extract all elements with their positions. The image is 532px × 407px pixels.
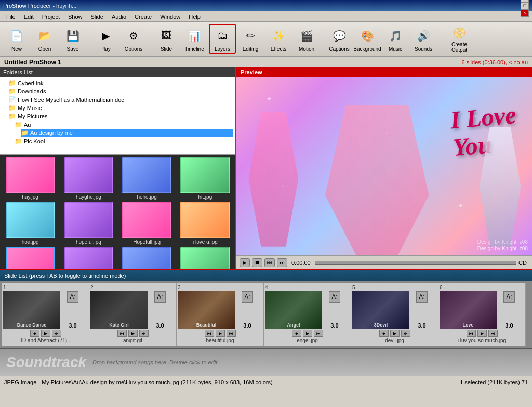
tree-doc[interactable]: 📄 How I See Myself as a Mathematician.do… bbox=[8, 96, 233, 104]
menu-window[interactable]: Window bbox=[156, 12, 184, 21]
folder-icon: 📁 bbox=[15, 138, 22, 145]
slide-num-5: 5 bbox=[352, 284, 355, 290]
slide-play-btn-4[interactable]: ⏮ bbox=[292, 330, 301, 337]
menu-edit[interactable]: Edit bbox=[20, 12, 38, 21]
tree-au[interactable]: 📁 Au bbox=[15, 120, 233, 129]
tree-downloads[interactable]: 📁 Downloads bbox=[8, 87, 233, 96]
thumb-img-hayghe bbox=[64, 157, 113, 193]
slide-next-btn-2[interactable]: ⏭ bbox=[139, 330, 149, 337]
thumb-hopefull[interactable]: Hopefull.jpg bbox=[119, 202, 175, 245]
preview-next-btn[interactable]: ⏭ bbox=[277, 258, 287, 267]
slide-play-btn-2[interactable]: ⏮ bbox=[117, 330, 127, 337]
slide-next-btn-6[interactable]: ⏭ bbox=[488, 330, 498, 337]
menu-slide[interactable]: Slide bbox=[86, 12, 107, 21]
slide-next-btn-4[interactable]: ⏭ bbox=[314, 330, 323, 337]
editing-icon: ✏ bbox=[241, 26, 260, 45]
menu-project[interactable]: Project bbox=[38, 12, 64, 21]
thumb-label-hit: hit.jpg bbox=[198, 194, 212, 200]
tree-mymusic[interactable]: 📁 My Music bbox=[8, 104, 233, 112]
slide-text-4: Angel bbox=[266, 322, 321, 328]
thumb-hit[interactable]: hit.jpg bbox=[177, 157, 233, 200]
menu-create[interactable]: Create bbox=[130, 12, 156, 21]
thumb-kekek[interactable]: kekek.jpg bbox=[60, 247, 116, 269]
motion-icon: 🎬 bbox=[297, 26, 316, 45]
captions-icon: 💬 bbox=[330, 26, 349, 45]
tree-cyberlink[interactable]: 📁 CyberLink bbox=[8, 79, 233, 87]
slide-play-btn-3[interactable]: ⏮ bbox=[205, 330, 214, 337]
slide-item-1[interactable]: 1 Dance Dance A: 3.0 ⏮ ▶ ⏭ 3D and Abstra… bbox=[2, 283, 89, 346]
menu-file[interactable]: File bbox=[2, 12, 20, 21]
thumb-img-hit bbox=[180, 157, 230, 193]
sounds-button[interactable]: 🔊 Sounds bbox=[410, 24, 437, 54]
thumb-koolboy[interactable]: kool boy.jpg bbox=[119, 247, 175, 269]
slide-play-btn-6[interactable]: ⏮ bbox=[467, 330, 476, 337]
star1: ✦ bbox=[266, 94, 272, 103]
slide-stop-btn-2[interactable]: ▶ bbox=[128, 330, 138, 337]
slide-text-1: Dance Dance bbox=[4, 322, 59, 328]
slide-item-3[interactable]: 3 Beautiful A: 3.0 ⏮ ▶ ⏭ beautiful.jpg bbox=[177, 283, 264, 346]
thumb-kool[interactable]: kool.jpg bbox=[177, 247, 233, 269]
timeline-button[interactable]: 📊 Timeline bbox=[181, 24, 208, 54]
new-button[interactable]: 📄 New bbox=[3, 24, 30, 54]
thumb-iluvyou-selected[interactable]: ✓ i luv you so m... bbox=[2, 247, 58, 269]
thumb-hoa[interactable]: hoa.jpg bbox=[2, 202, 58, 245]
toolbar-sep-1 bbox=[89, 26, 89, 52]
slide-next-btn-1[interactable]: ⏭ bbox=[52, 330, 61, 337]
open-button[interactable]: 📂 Open bbox=[31, 24, 58, 54]
music-button[interactable]: 🎵 Music bbox=[382, 24, 409, 54]
thumb-hopeful[interactable]: hopeful.jpg bbox=[60, 202, 116, 245]
tree-au-design[interactable]: 📁 Au design by me bbox=[21, 129, 233, 137]
thumb-hehe[interactable]: hehe.jpg bbox=[119, 157, 175, 200]
thumb-hayghe[interactable]: hayghe.jpg bbox=[60, 157, 116, 200]
slide-item-4[interactable]: 4 Angel A: 3.0 ⏮ ▶ ⏭ engel.jpg bbox=[264, 283, 351, 346]
play-button[interactable]: ▶ Play bbox=[92, 24, 119, 54]
maximize-btn[interactable]: □ bbox=[521, 2, 529, 9]
slide-stop-btn-6[interactable]: ▶ bbox=[477, 330, 487, 337]
background-button[interactable]: 🎨 Background bbox=[354, 24, 381, 54]
slide-item-6[interactable]: 6 Love A: 3.0 ⏮ ▶ ⏭ i luv you so much.jp… bbox=[438, 283, 526, 346]
layers-button[interactable]: 🗂 Layers bbox=[209, 24, 236, 54]
slide-stop-btn-4[interactable]: ▶ bbox=[303, 330, 312, 337]
effects-button[interactable]: ✨ Effects bbox=[265, 24, 292, 54]
menu-show[interactable]: Show bbox=[64, 12, 87, 21]
slide-play-btn-1[interactable]: ⏮ bbox=[30, 330, 39, 337]
slide-next-btn-3[interactable]: ⏭ bbox=[227, 330, 236, 337]
captions-button[interactable]: 💬 Captions bbox=[326, 24, 353, 54]
slide-list-container[interactable]: 1 Dance Dance A: 3.0 ⏮ ▶ ⏭ 3D and Abstra… bbox=[0, 281, 532, 349]
slide-dur-block-1: A: 3.0 bbox=[61, 291, 84, 329]
editing-button[interactable]: ✏ Editing bbox=[237, 24, 264, 54]
create-output-button[interactable]: 📀 Create Output bbox=[443, 24, 476, 54]
menu-help[interactable]: Help bbox=[184, 12, 205, 21]
slide-dur-block-3: A: 3.0 bbox=[236, 291, 259, 329]
slide-label-6: i luv you so much.jpg bbox=[440, 337, 524, 343]
slide-play-btn-5[interactable]: ⏮ bbox=[379, 330, 389, 337]
slide-stop-btn-3[interactable]: ▶ bbox=[216, 330, 225, 337]
progress-bar[interactable] bbox=[315, 261, 516, 265]
slide-inner-2: Kate Girl A: 3.0 bbox=[90, 291, 175, 329]
slide-stop-btn-1[interactable]: ▶ bbox=[41, 330, 50, 337]
preview-stop-btn[interactable]: ⏹ bbox=[252, 258, 262, 267]
slide-stop-btn-5[interactable]: ▶ bbox=[390, 330, 400, 337]
options-button[interactable]: ⚙ Options bbox=[120, 24, 147, 54]
thumb-iloveu[interactable]: i love u.jpg bbox=[177, 202, 233, 245]
slide-button[interactable]: 🖼 Slide bbox=[153, 24, 180, 54]
preview-play-btn[interactable]: ▶ bbox=[240, 258, 250, 267]
menu-audio[interactable]: Audio bbox=[108, 12, 130, 21]
soundtrack-label: Soundtrack bbox=[6, 354, 86, 371]
slide-next-btn-5[interactable]: ⏭ bbox=[401, 330, 410, 337]
close-btn[interactable]: × bbox=[521, 9, 529, 17]
slide-label-1: 3D and Abstract (71)... bbox=[3, 337, 88, 343]
thumb-hay[interactable]: hay.jpg bbox=[2, 157, 58, 200]
slide-text-6: Love bbox=[441, 322, 496, 328]
slide-text-3: Beautiful bbox=[179, 322, 234, 328]
slide-item-2[interactable]: 2 Kate Girl A: 3.0 ⏮ ▶ ⏭ anigif.gif bbox=[89, 283, 177, 346]
slide-inner-1: Dance Dance A: 3.0 bbox=[3, 291, 88, 329]
folder-tree[interactable]: 📁 CyberLink 📁 Downloads 📄 How I See Myse… bbox=[0, 77, 235, 155]
project-status: 6 slides (0:36.00), < no au bbox=[462, 59, 528, 65]
save-button[interactable]: 💾 Save bbox=[59, 24, 86, 54]
tree-mypictures[interactable]: 📁 My Pictures bbox=[8, 112, 233, 120]
preview-prev-btn[interactable]: ⏮ bbox=[264, 258, 275, 267]
slide-item-5[interactable]: 5 3Devil A: 3.0 ⏮ ▶ ⏭ devil.jpg bbox=[351, 283, 438, 346]
motion-button[interactable]: 🎬 Motion bbox=[293, 24, 320, 54]
tree-plc-kool[interactable]: 📁 Plc Kool bbox=[15, 137, 233, 145]
